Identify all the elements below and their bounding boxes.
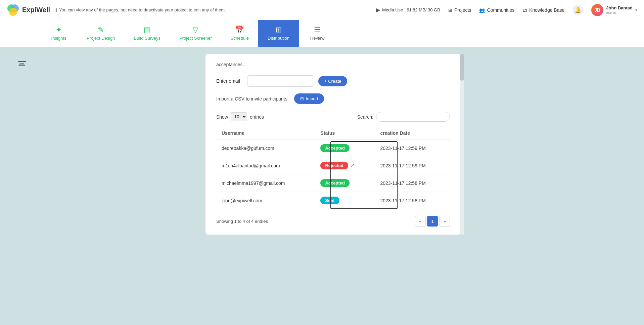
page-first-button[interactable]: « <box>415 216 426 227</box>
tab-review-label: Review <box>310 36 325 41</box>
import-button[interactable]: ⊞ Import <box>294 93 324 104</box>
email-input[interactable] <box>247 75 314 87</box>
data-table: Username Status creation Date dedrebakka… <box>216 127 450 209</box>
svg-rect-4 <box>18 61 26 62</box>
cell-date: 2023-11-17 12:59 PM <box>375 139 450 157</box>
review-icon: ☰ <box>314 26 321 34</box>
tab-insights-label: Insights <box>51 36 66 41</box>
col-username: Username <box>216 127 315 139</box>
tab-insights[interactable]: ✦ Insights <box>40 20 77 47</box>
header: ExpiWell ℹ You can view any of the pages… <box>0 0 644 20</box>
tab-project-design-label: Project Design <box>87 36 115 41</box>
tab-project-design[interactable]: ✎ Project Design <box>77 20 125 47</box>
tab-schedule[interactable]: 📅 Schedule <box>221 20 258 47</box>
cell-status: Rejected↗ <box>315 157 375 174</box>
table-row: michaelmma1997@gmail.comAccepted2023-11-… <box>216 174 450 192</box>
import-icon: ⊞ <box>300 96 304 101</box>
email-label: Enter email <box>216 78 243 84</box>
cell-username: m1ch4elbantad@gmail.com <box>216 157 315 174</box>
page-next-button[interactable]: » <box>439 216 450 227</box>
tab-distribution[interactable]: ⊞ Distribution <box>258 20 299 47</box>
import-text: Import a CSV to invite participants. <box>216 96 289 101</box>
knowledge-base-link[interactable]: 🗂 Knowledge Base <box>522 7 564 13</box>
build-surveys-icon: ▤ <box>144 26 151 34</box>
cell-username: michaelmma1997@gmail.com <box>216 174 315 192</box>
media-use: ▶ Media Use : 61.82 MB/ 30 GB <box>376 7 440 13</box>
search-label: Search: <box>357 114 373 120</box>
cell-status: Sent <box>315 192 375 209</box>
avatar: JB <box>591 4 603 16</box>
tab-project-screener-label: Project Screener <box>179 36 212 41</box>
content-area: acceptances. Enter email + Create Import… <box>202 54 464 235</box>
search-input[interactable] <box>376 112 450 122</box>
project-design-icon: ✎ <box>98 26 104 34</box>
show-label: Show <box>216 114 228 120</box>
status-badge-accepted: Accepted <box>320 144 350 152</box>
cell-username: dedrebakka@gufum.com <box>216 139 315 157</box>
user-role: admin <box>606 10 633 14</box>
tab-review[interactable]: ☰ Review <box>299 20 336 47</box>
tab-build-surveys-label: Build Surveys <box>134 36 160 41</box>
table-wrapper: Username Status creation Date dedrebakka… <box>216 127 450 209</box>
tab-build-surveys[interactable]: ▤ Build Surveys <box>125 20 170 47</box>
share-icon[interactable]: ↗ <box>350 162 355 168</box>
sidebar-distribution-icon <box>15 57 29 71</box>
scroll-thumb[interactable] <box>460 54 464 81</box>
email-row: Enter email + Create <box>216 75 450 87</box>
info-banner: ℹ You can view any of the pages, but nee… <box>55 7 371 13</box>
acceptance-text: acceptances. <box>216 62 450 67</box>
cell-status: Accepted <box>315 139 375 157</box>
info-message: You can view any of the pages, but need … <box>59 7 226 12</box>
status-badge-rejected: Rejected <box>320 162 348 169</box>
knowledge-base-icon: 🗂 <box>522 7 527 13</box>
create-button[interactable]: + Create <box>318 76 347 86</box>
entries-label: entries <box>250 114 264 120</box>
projects-label: Projects <box>454 7 471 13</box>
insights-icon: ✦ <box>56 26 62 34</box>
tab-distribution-label: Distribution <box>268 36 289 41</box>
play-icon: ▶ <box>376 7 380 13</box>
cell-status: Accepted <box>315 174 375 192</box>
cell-username: john@expiwell.com <box>216 192 315 209</box>
user-name: John Bantad <box>606 5 633 10</box>
communities-link[interactable]: 👥 Communities <box>479 7 514 13</box>
project-screener-icon: ▽ <box>193 26 198 34</box>
col-status: Status <box>315 127 375 139</box>
logo-area: ExpiWell <box>7 4 50 16</box>
col-creation-date: creation Date <box>375 127 450 139</box>
import-btn-label: Import <box>306 96 318 101</box>
projects-link[interactable]: ⊞ Projects <box>448 7 471 13</box>
cell-date: 2023-11-17 12:58 PM <box>375 192 450 209</box>
cell-date: 2023-11-17 12:58 PM <box>375 174 450 192</box>
page-1-button[interactable]: 1 <box>427 216 438 227</box>
tab-project-screener[interactable]: ▽ Project Screener <box>170 20 221 47</box>
table-row: m1ch4elbantad@gmail.comRejected↗2023-11-… <box>216 157 450 174</box>
communities-icon: 👥 <box>479 7 485 13</box>
pagination-row: Showing 1 to 4 of 4 entries « 1 » <box>216 216 450 227</box>
logo-text: ExpiWell <box>22 6 50 14</box>
table-row: dedrebakka@gufum.comAccepted2023-11-17 1… <box>216 139 450 157</box>
header-right: ▶ Media Use : 61.82 MB/ 30 GB ⊞ Projects… <box>376 4 637 16</box>
communities-label: Communities <box>487 7 514 13</box>
search-area: Search: <box>357 112 450 122</box>
distribution-icon: ⊞ <box>276 26 282 34</box>
content-panel: acceptances. Enter email + Create Import… <box>205 54 461 235</box>
entries-select[interactable]: 10 25 50 <box>231 112 247 121</box>
main-wrapper: acceptances. Enter email + Create Import… <box>0 47 644 241</box>
show-row: Show 10 25 50 entries Search: <box>216 112 450 122</box>
status-badge-sent: Sent <box>320 197 339 204</box>
tab-navigation: ✦ Insights ✎ Project Design ▤ Build Surv… <box>0 20 644 47</box>
knowledge-base-label: Knowledge Base <box>529 7 564 13</box>
svg-rect-5 <box>19 63 24 64</box>
showing-text: Showing 1 to 4 of 4 entries <box>216 219 268 224</box>
svg-point-2 <box>9 8 17 16</box>
scroll-rail <box>460 54 464 235</box>
sidebar-icon-panel <box>13 54 30 235</box>
chevron-down-icon: ▾ <box>635 8 637 12</box>
tab-schedule-label: Schedule <box>231 36 249 41</box>
cell-date: 2023-11-17 12:59 PM <box>375 157 450 174</box>
import-row: Import a CSV to invite participants. ⊞ I… <box>216 93 450 104</box>
user-area[interactable]: JB John Bantad admin ▾ <box>591 4 637 16</box>
media-use-label: Media Use : 61.82 MB/ 30 GB <box>382 7 440 12</box>
notification-button[interactable]: 🔔 <box>572 5 583 15</box>
